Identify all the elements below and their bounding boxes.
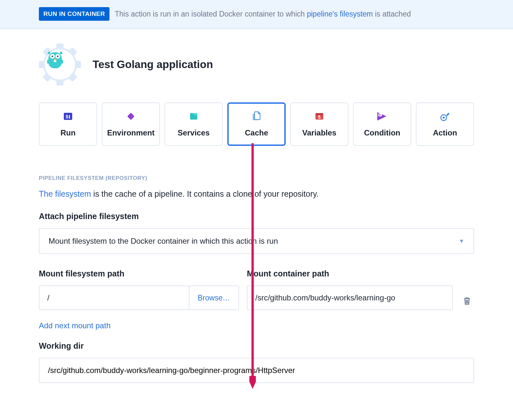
tab-services[interactable]: Services: [165, 102, 223, 146]
wrench-gear-icon: [439, 111, 450, 122]
delete-mount-button[interactable]: [460, 294, 474, 308]
browse-button[interactable]: Browse…: [189, 286, 239, 309]
tab-label: Cache: [245, 128, 268, 137]
svg-rect-23: [69, 115, 70, 119]
mount-container-path-input[interactable]: [247, 286, 452, 309]
tab-run[interactable]: $ Run: [39, 102, 97, 146]
box-icon: [188, 111, 199, 122]
add-next-mount-path-link[interactable]: Add next mount path: [39, 321, 110, 330]
svg-rect-24: [127, 113, 135, 120]
trash-icon: [463, 297, 471, 306]
section-title: PIPELINE FILESYSTEM (REPOSITORY): [39, 175, 474, 181]
svg-point-18: [60, 52, 62, 54]
svg-text:$: $: [66, 114, 68, 119]
svg-rect-19: [47, 60, 49, 64]
tab-environment[interactable]: Environment: [102, 102, 160, 146]
tab-label: Variables: [302, 128, 336, 137]
dollar-card-icon: $: [314, 111, 325, 122]
chevron-down-icon: ▼: [459, 238, 464, 245]
svg-point-36: [443, 117, 445, 119]
tab-label: Environment: [107, 128, 155, 137]
mount-container-path-label: Mount container path: [247, 269, 474, 278]
attach-filesystem-label: Attach pipeline filesystem: [39, 212, 474, 221]
golang-gopher-icon: [45, 50, 65, 70]
tab-bar: $ Run Environment Services Cache $: [39, 102, 474, 146]
pipeline-filesystem-link[interactable]: pipeline's filesystem: [307, 10, 373, 18]
banner-text: This action is run in an isolated Docker…: [115, 10, 411, 18]
svg-point-13: [51, 55, 53, 57]
tab-condition[interactable]: IF Condition: [353, 102, 411, 146]
action-gear-icon: [39, 43, 81, 86]
files-icon: [251, 111, 262, 122]
action-header: Test Golang application: [39, 29, 474, 102]
page-title: Test Golang application: [93, 58, 213, 71]
diamond-icon: [126, 111, 136, 122]
svg-text:$: $: [318, 114, 321, 120]
svg-rect-16: [54, 60, 56, 62]
working-dir-input[interactable]: [47, 366, 466, 375]
run-in-container-badge: RUN IN CONTAINER: [39, 7, 109, 21]
run-in-container-banner: RUN IN CONTAINER This action is run in a…: [0, 0, 513, 29]
svg-rect-26: [190, 113, 194, 115]
attach-filesystem-select[interactable]: Mount filesystem to the Docker container…: [39, 228, 474, 254]
mount-fs-path-input[interactable]: [40, 286, 189, 309]
if-play-icon: IF: [377, 111, 388, 122]
tab-label: Condition: [364, 128, 400, 137]
terminal-icon: $: [63, 111, 73, 122]
working-dir-label: Working dir: [39, 341, 474, 351]
svg-point-17: [48, 52, 50, 54]
tab-action[interactable]: Action: [416, 102, 474, 146]
tab-label: Action: [433, 128, 457, 137]
mount-fs-path-label: Mount filesystem path: [39, 269, 239, 278]
svg-rect-20: [61, 60, 63, 64]
tab-cache[interactable]: Cache: [227, 102, 286, 146]
section-description: The filesystem is the cache of a pipelin…: [39, 189, 474, 199]
svg-rect-27: [194, 113, 197, 115]
the-filesystem-link[interactable]: The filesystem: [39, 189, 91, 198]
tab-variables[interactable]: $ Variables: [290, 102, 348, 146]
svg-point-14: [57, 55, 59, 57]
tab-label: Run: [61, 128, 76, 137]
tab-label: Services: [178, 128, 210, 137]
svg-text:IF: IF: [379, 113, 381, 116]
select-value: Mount filesystem to the Docker container…: [49, 237, 278, 246]
